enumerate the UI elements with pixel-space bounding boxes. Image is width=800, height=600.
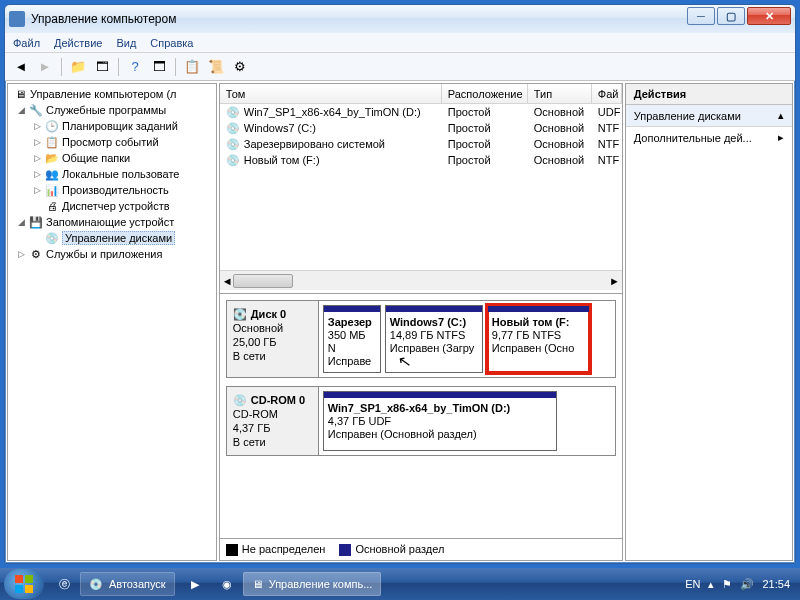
- windows-logo-icon: [14, 574, 34, 594]
- col-fs[interactable]: Фай: [592, 84, 622, 104]
- partition-cdrom-d[interactable]: Win7_SP1_x86-x64_by_TimON (D:)4,37 ГБ UD…: [323, 391, 557, 451]
- export-button[interactable]: 📜: [206, 57, 226, 77]
- partition-windows7-c[interactable]: Windows7 (C:)14,89 ГБ NTFSИсправен (Загр…: [385, 305, 483, 373]
- chevron-right-icon: ▸: [778, 131, 784, 144]
- maximize-button[interactable]: ▢: [717, 7, 745, 25]
- tray-chevron-icon[interactable]: ▴: [708, 578, 714, 591]
- tree-services-apps[interactable]: ▷⚙Службы и приложения: [10, 246, 214, 262]
- col-volume[interactable]: Том: [220, 84, 442, 104]
- window-title: Управление компьютером: [31, 12, 176, 26]
- actions-header: Действия: [626, 84, 792, 105]
- taskbar-media-icon[interactable]: ▶: [179, 572, 211, 596]
- center-pane: Том Расположение Тип Фай 💿Win7_SP1_x86-x…: [219, 83, 623, 561]
- tree-local-users[interactable]: ▷👥Локальные пользовате: [10, 166, 214, 182]
- menu-help[interactable]: Справка: [150, 37, 193, 49]
- cdrom-icon: 💿: [233, 393, 247, 407]
- svg-rect-3: [25, 585, 33, 593]
- view-button[interactable]: 🗖: [149, 57, 169, 77]
- svg-rect-2: [15, 585, 23, 593]
- partition-reserved[interactable]: Зарезер350 МБ NИсправе: [323, 305, 381, 373]
- system-tray: EN ▴ ⚑ 🔊 21:54: [685, 578, 796, 591]
- tray-volume-icon[interactable]: 🔊: [740, 578, 754, 591]
- actions-pane: Действия Управление дисками▴ Дополнитель…: [625, 83, 793, 561]
- tree-disk-management[interactable]: 💿Управление дисками: [10, 230, 214, 246]
- volume-list-scrollbar[interactable]: ◄►: [220, 270, 622, 290]
- svg-rect-0: [15, 575, 23, 583]
- volume-icon: 💿: [226, 154, 240, 166]
- up-button[interactable]: 📁: [68, 57, 88, 77]
- app-icon: [9, 11, 25, 27]
- console-tree[interactable]: 🖥Управление компьютером (л ◢🔧Служебные п…: [7, 83, 217, 561]
- compmgmt-icon: 🖥: [252, 578, 263, 590]
- refresh-button[interactable]: 📋: [182, 57, 202, 77]
- collapse-icon: ▴: [778, 109, 784, 122]
- cdrom-0-row[interactable]: 💿CD-ROM 0 CD-ROM 4,37 ГБ В сети Win7_SP1…: [226, 386, 616, 456]
- tree-shared-folders[interactable]: ▷📂Общие папки: [10, 150, 214, 166]
- menu-view[interactable]: Вид: [116, 37, 136, 49]
- volume-row[interactable]: 💿Win7_SP1_x86-x64_by_TimON (D:)ПростойОс…: [220, 104, 622, 120]
- tree-event-viewer[interactable]: ▷📋Просмотр событий: [10, 134, 214, 150]
- disk-icon: 💽: [233, 307, 247, 321]
- actions-disk-mgmt[interactable]: Управление дисками▴: [626, 105, 792, 127]
- back-button[interactable]: ◄: [11, 57, 31, 77]
- menu-file[interactable]: Файл: [13, 37, 40, 49]
- taskbar: ⓔ 💿Автозапуск ▶ ◉ 🖥Управление компь... E…: [0, 568, 800, 600]
- forward-button[interactable]: ►: [35, 57, 55, 77]
- tree-performance[interactable]: ▷📊Производительность: [10, 182, 214, 198]
- main-window: Управление компьютером ─ ▢ ✕ Файл Действ…: [4, 4, 796, 564]
- svg-rect-1: [25, 575, 33, 583]
- volume-list-header: Том Расположение Тип Фай: [220, 84, 622, 104]
- settings-button[interactable]: ⚙: [230, 57, 250, 77]
- clock[interactable]: 21:54: [762, 578, 790, 590]
- disk-map[interactable]: 💽Диск 0 Основной 25,00 ГБ В сети Зарезер…: [220, 294, 622, 538]
- help-button[interactable]: ?: [125, 57, 145, 77]
- titlebar[interactable]: Управление компьютером ─ ▢ ✕: [5, 5, 795, 33]
- close-button[interactable]: ✕: [747, 7, 791, 25]
- volume-icon: 💿: [226, 138, 240, 150]
- menu-action[interactable]: Действие: [54, 37, 102, 49]
- menubar: Файл Действие Вид Справка: [5, 33, 795, 53]
- volume-row[interactable]: 💿Windows7 (C:)ПростойОсновнойNTF: [220, 120, 622, 136]
- col-type[interactable]: Тип: [528, 84, 592, 104]
- partition-new-volume-f[interactable]: Новый том (F:9,77 ГБ NTFSИсправен (Осно: [487, 305, 590, 373]
- tree-root[interactable]: 🖥Управление компьютером (л: [10, 86, 214, 102]
- taskbar-chrome-icon[interactable]: ◉: [211, 572, 243, 596]
- toolbar: ◄ ► 📁 🗔 ? 🗖 📋 📜 ⚙: [5, 53, 795, 81]
- tree-storage[interactable]: ◢💾Запоминающие устройст: [10, 214, 214, 230]
- legend: Не распределен Основной раздел: [220, 538, 622, 560]
- tree-task-scheduler[interactable]: ▷🕒Планировщик заданий: [10, 118, 214, 134]
- properties-button[interactable]: 🗔: [92, 57, 112, 77]
- tree-system-tools[interactable]: ◢🔧Служебные программы: [10, 102, 214, 118]
- cdrom-0-label: 💿CD-ROM 0 CD-ROM 4,37 ГБ В сети: [227, 387, 319, 455]
- volume-icon: 💿: [226, 106, 240, 118]
- autoplay-icon: 💿: [89, 578, 103, 591]
- volume-icon: 💿: [226, 122, 240, 134]
- start-button[interactable]: [4, 569, 44, 599]
- tray-flag-icon[interactable]: ⚑: [722, 578, 732, 591]
- language-indicator[interactable]: EN: [685, 578, 700, 590]
- task-autoplay[interactable]: 💿Автозапуск: [80, 572, 175, 596]
- tree-device-manager[interactable]: 🖨Диспетчер устройств: [10, 198, 214, 214]
- volume-list[interactable]: Том Расположение Тип Фай 💿Win7_SP1_x86-x…: [220, 84, 622, 294]
- volume-row[interactable]: 💿Новый том (F:)ПростойОсновнойNTF: [220, 152, 622, 168]
- disk-0-row[interactable]: 💽Диск 0 Основной 25,00 ГБ В сети Зарезер…: [226, 300, 616, 378]
- volume-row[interactable]: 💿Зарезервировано системойПростойОсновной…: [220, 136, 622, 152]
- actions-more[interactable]: Дополнительные дей...▸: [626, 127, 792, 148]
- taskbar-ie-icon[interactable]: ⓔ: [48, 572, 80, 596]
- col-layout[interactable]: Расположение: [442, 84, 528, 104]
- disk-0-label: 💽Диск 0 Основной 25,00 ГБ В сети: [227, 301, 319, 377]
- task-compmgmt[interactable]: 🖥Управление компь...: [243, 572, 382, 596]
- minimize-button[interactable]: ─: [687, 7, 715, 25]
